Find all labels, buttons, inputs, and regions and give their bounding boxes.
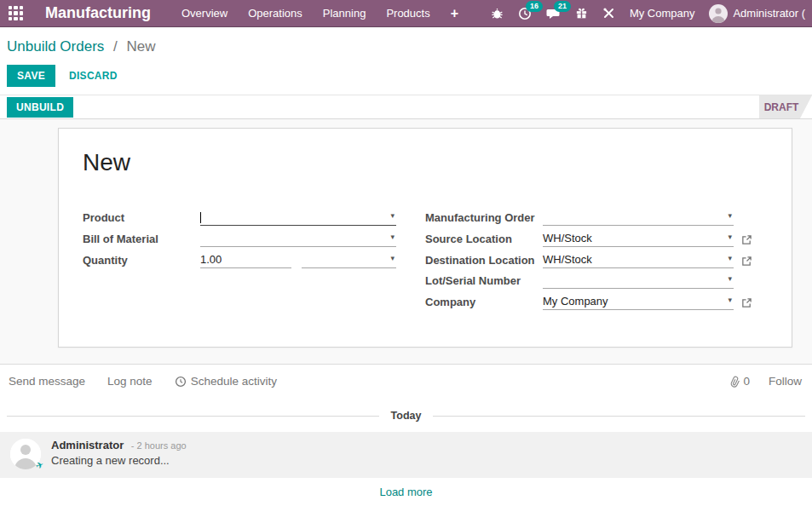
bom-label: Bill of Material (83, 232, 200, 247)
date-divider-label: Today (379, 410, 434, 422)
user-avatar (709, 4, 728, 23)
company-input[interactable]: My Company ▾ (543, 294, 734, 310)
destination-external-link-icon[interactable] (741, 256, 752, 267)
chatter-toolbar: Send message Log note Schedule activity … (0, 365, 812, 400)
tools-icon[interactable] (602, 7, 615, 20)
attachments-button[interactable]: 0 (729, 375, 750, 388)
source-external-link-icon[interactable] (741, 234, 752, 245)
message-avatar[interactable]: ✈ (10, 439, 41, 469)
mo-dropdown-icon[interactable]: ▾ (728, 208, 732, 223)
field-row-company: Company My Company ▾ (425, 293, 752, 310)
navbar-systray: 16 21 My Company Administrator ( (491, 4, 805, 23)
destination-dropdown-icon[interactable]: ▾ (728, 250, 732, 266)
source-location-label: Source Location (425, 232, 543, 247)
quantity-input[interactable]: 1.00 (200, 252, 291, 268)
chatter: Send message Log note Schedule activity … (0, 364, 812, 505)
top-navbar: Manufacturing Overview Operations Planni… (0, 0, 812, 27)
lot-serial-input[interactable]: ▾ (543, 273, 734, 289)
field-column-right: Manufacturing Order ▾ Source Location WH… (425, 209, 752, 314)
messages-chat-icon[interactable]: 21 (546, 7, 561, 20)
paperclip-icon (729, 376, 740, 388)
lot-dropdown-icon[interactable]: ▾ (728, 271, 732, 286)
load-more-row: Load more (0, 478, 812, 505)
unbuild-button[interactable]: UNBUILD (7, 97, 73, 118)
breadcrumb-current: New (127, 38, 156, 55)
date-divider: Today (7, 410, 805, 422)
main-menu: Overview Operations Planning Products + (181, 6, 458, 21)
note-plane-icon: ✈ (34, 459, 45, 472)
chatter-message: ✈ Administrator - 2 hours ago Creating a… (0, 432, 812, 478)
form-statusbar: UNBUILD DRAFT (0, 95, 812, 119)
menu-overview[interactable]: Overview (181, 7, 227, 20)
field-row-product: Product ▾ (83, 209, 396, 226)
breadcrumb-separator: / (113, 38, 118, 55)
message-author[interactable]: Administrator (51, 439, 124, 451)
field-row-source: Source Location WH/Stock ▾ (425, 230, 752, 247)
message-timestamp: - 2 hours ago (131, 440, 187, 451)
field-row-mo: Manufacturing Order ▾ (425, 209, 752, 226)
message-header: Administrator - 2 hours ago (51, 439, 187, 451)
save-button[interactable]: SAVE (7, 65, 55, 87)
messages-count-badge: 21 (554, 1, 571, 12)
attachments-count: 0 (743, 375, 750, 388)
form-view: New Product ▾ Bill of Material (0, 119, 812, 364)
control-buttons: SAVE DISCARD (7, 65, 805, 87)
menu-operations[interactable]: Operations (248, 7, 302, 20)
gift-icon[interactable] (575, 7, 588, 20)
control-panel: Unbuild Orders / New SAVE DISCARD (0, 27, 812, 95)
schedule-clock-icon (175, 376, 187, 388)
uom-dropdown-icon[interactable]: ▾ (390, 250, 394, 266)
company-switcher[interactable]: My Company (630, 7, 695, 20)
company-label: Company (425, 295, 543, 310)
menu-products[interactable]: Products (386, 7, 429, 20)
message-text: Creating a new record... (51, 454, 187, 467)
bom-dropdown-icon[interactable]: ▾ (390, 229, 394, 244)
destination-location-input[interactable]: WH/Stock ▾ (543, 252, 734, 268)
quantity-label: Quantity (83, 253, 200, 268)
company-external-link-icon[interactable] (741, 297, 752, 308)
app-menu-title[interactable]: Manufacturing (45, 4, 151, 22)
product-input[interactable]: ▾ (200, 210, 396, 226)
follow-button[interactable]: Follow (769, 375, 802, 388)
user-menu[interactable]: Administrator ( (709, 4, 805, 23)
source-location-input[interactable]: WH/Stock ▾ (543, 231, 734, 247)
field-row-bom: Bill of Material ▾ (83, 230, 396, 247)
field-row-lot: Lot/Serial Number ▾ (425, 272, 752, 289)
mo-input[interactable]: ▾ (543, 210, 734, 226)
breadcrumb-unbuild-orders[interactable]: Unbuild Orders (7, 38, 104, 55)
product-dropdown-icon[interactable]: ▾ (390, 208, 394, 223)
load-more-link[interactable]: Load more (379, 486, 432, 498)
breadcrumb: Unbuild Orders / New (7, 38, 805, 55)
field-grid: Product ▾ Bill of Material ▾ (83, 209, 768, 347)
source-dropdown-icon[interactable]: ▾ (728, 229, 732, 244)
plus-menu-icon[interactable]: + (451, 6, 458, 21)
odoo-window: Manufacturing Overview Operations Planni… (0, 0, 812, 506)
schedule-activity-button[interactable]: Schedule activity (175, 375, 277, 388)
product-label: Product (83, 210, 200, 226)
activities-clock-icon[interactable]: 16 (518, 7, 532, 20)
company-dropdown-icon[interactable]: ▾ (728, 292, 732, 308)
message-body: Administrator - 2 hours ago Creating a n… (51, 439, 187, 469)
form-sheet: New Product ▾ Bill of Material (58, 128, 792, 348)
menu-planning[interactable]: Planning (323, 7, 366, 20)
discard-button[interactable]: DISCARD (69, 70, 118, 82)
send-message-button[interactable]: Send message (9, 375, 85, 388)
chatter-toolbar-right: 0 Follow (729, 375, 803, 388)
record-title: New (83, 149, 130, 176)
lot-serial-label: Lot/Serial Number (425, 273, 543, 289)
field-row-quantity: Quantity 1.00 ▾ (83, 251, 396, 268)
bom-input[interactable]: ▾ (200, 231, 396, 247)
text-cursor (200, 212, 201, 223)
uom-input[interactable]: ▾ (302, 252, 396, 268)
mo-label: Manufacturing Order (425, 210, 543, 226)
field-column-left: Product ▾ Bill of Material ▾ (83, 209, 396, 272)
user-name: Administrator ( (733, 7, 805, 20)
destination-location-label: Destination Location (425, 253, 543, 268)
log-note-button[interactable]: Log note (107, 375, 153, 388)
quantity-widgets: 1.00 ▾ (200, 252, 396, 268)
state-draft-badge[interactable]: DRAFT (759, 95, 812, 118)
field-row-destination: Destination Location WH/Stock ▾ (425, 251, 752, 268)
debug-bug-icon[interactable] (491, 7, 504, 20)
activities-count-badge: 16 (526, 1, 543, 12)
apps-grid-icon[interactable] (9, 6, 23, 20)
